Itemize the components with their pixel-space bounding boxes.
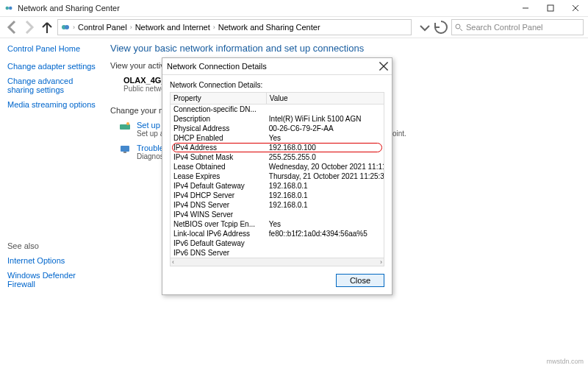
- horizontal-scrollbar[interactable]: ‹›: [171, 258, 384, 266]
- cell-property: IPv6 Default Gateway: [171, 238, 266, 248]
- cell-value: 192.168.0.1: [266, 191, 384, 200]
- close-button[interactable]: [563, 0, 588, 16]
- minimize-button[interactable]: [513, 0, 538, 16]
- chevron-right-icon: ›: [73, 24, 75, 31]
- cell-value: [266, 210, 384, 219]
- cell-value: Yes: [266, 133, 384, 143]
- cell-property: IPv4 WINS Server: [171, 210, 266, 219]
- cell-value: [266, 248, 384, 258]
- cell-property: IPv6 DNS Server: [171, 248, 266, 258]
- cell-property: IPv4 DNS Server: [171, 200, 266, 210]
- dialog-title: Network Connection Details: [167, 62, 267, 71]
- svg-line-9: [460, 29, 462, 31]
- search-placeholder: Search Control Panel: [466, 23, 543, 32]
- sidebar-link[interactable]: Change adapter settings: [7, 62, 96, 71]
- maximize-button[interactable]: [538, 0, 563, 16]
- grid-row[interactable]: IPv4 Subnet Mask255.255.255.0: [171, 152, 384, 162]
- window-titlebar: Network and Sharing Center: [0, 0, 588, 16]
- cell-property: Lease Expires: [171, 171, 266, 181]
- svg-point-1: [9, 7, 12, 10]
- grid-row[interactable]: DHCP EnabledYes: [171, 133, 384, 143]
- location-icon: [61, 23, 70, 32]
- svg-point-11: [126, 122, 129, 125]
- grid-row[interactable]: DescriptionIntel(R) WiFi Link 5100 AGN: [171, 114, 384, 124]
- grid-row[interactable]: IPv6 Default Gateway: [171, 238, 384, 248]
- back-button[interactable]: [4, 20, 19, 35]
- cell-value: [266, 238, 384, 248]
- svg-rect-12: [121, 146, 129, 152]
- app-icon: [4, 4, 13, 13]
- grid-row[interactable]: Lease ObtainedWednesday, 20 October 2021…: [171, 162, 384, 171]
- chevron-right-icon: ›: [130, 24, 132, 31]
- grid-row[interactable]: IPv4 DNS Server192.168.0.1: [171, 200, 384, 210]
- forward-button[interactable]: [22, 20, 37, 35]
- cell-value: fe80::b1f2:1a0d:4394:56aa%5: [266, 229, 384, 238]
- cell-value: Yes: [266, 219, 384, 229]
- chevron-right-icon: ›: [213, 24, 215, 31]
- cell-value: Wednesday, 20 October 2021 11:11:33 am: [266, 162, 384, 171]
- see-also-link[interactable]: Internet Options: [7, 256, 96, 265]
- grid-row[interactable]: Physical Address00-26-C6-79-2F-AA: [171, 124, 384, 133]
- crumb-2[interactable]: Network and Sharing Center: [218, 23, 320, 32]
- col-value: Value: [267, 93, 384, 104]
- cell-property: Link-local IPv6 Address: [171, 229, 266, 238]
- grid-row[interactable]: Link-local IPv6 Addressfe80::b1f2:1a0d:4…: [171, 229, 384, 238]
- control-panel-home-link[interactable]: Control Panel Home: [7, 44, 96, 53]
- col-property: Property: [171, 93, 267, 104]
- grid-row[interactable]: IPv4 Address192.168.0.100: [171, 143, 384, 152]
- cell-property: Description: [171, 114, 266, 124]
- sidebar: Control Panel Home Change adapter settin…: [0, 38, 103, 359]
- cell-property: NetBIOS over Tcpip En...: [171, 219, 266, 229]
- search-input[interactable]: Search Control Panel: [451, 19, 584, 35]
- cell-value: 00-26-C6-79-2F-AA: [266, 124, 384, 133]
- cell-property: IPv4 Default Gateway: [171, 181, 266, 191]
- details-grid: Property Value Connection-specific DN...…: [170, 92, 384, 266]
- cell-property: IPv4 Address: [171, 143, 266, 152]
- grid-row[interactable]: Connection-specific DN...: [171, 105, 384, 114]
- cell-value: Thursday, 21 October 2021 11:25:34 am: [266, 171, 384, 181]
- cell-value: 192.168.0.1: [266, 181, 384, 191]
- troubleshoot-icon: [119, 144, 131, 155]
- svg-rect-3: [548, 5, 553, 11]
- history-dropdown[interactable]: [417, 20, 432, 35]
- cell-value: 255.255.255.0: [266, 152, 384, 162]
- grid-row[interactable]: IPv4 DHCP Server192.168.0.1: [171, 191, 384, 200]
- svg-rect-10: [120, 124, 130, 130]
- grid-row[interactable]: IPv6 DNS Server: [171, 248, 384, 258]
- grid-row[interactable]: Lease ExpiresThursday, 21 October 2021 1…: [171, 171, 384, 181]
- cell-property: IPv4 Subnet Mask: [171, 152, 266, 162]
- cell-property: Physical Address: [171, 124, 266, 133]
- grid-row[interactable]: NetBIOS over Tcpip En...Yes: [171, 219, 384, 229]
- close-button[interactable]: Close: [336, 274, 384, 287]
- watermark: mwstdn.com: [546, 358, 584, 368]
- crumb-0[interactable]: Control Panel: [78, 23, 127, 32]
- grid-row[interactable]: IPv4 WINS Server: [171, 210, 384, 219]
- page-heading: View your basic network information and …: [110, 43, 581, 54]
- cell-property: Lease Obtained: [171, 162, 266, 171]
- svg-rect-13: [123, 152, 126, 153]
- breadcrumb[interactable]: › Control Panel › Network and Internet ›…: [57, 19, 412, 35]
- sidebar-link[interactable]: Change advanced sharing settings: [7, 77, 96, 94]
- refresh-button[interactable]: [434, 20, 448, 35]
- cell-property: DHCP Enabled: [171, 133, 266, 143]
- cell-value: 192.168.0.100: [266, 143, 384, 152]
- crumb-1[interactable]: Network and Internet: [135, 23, 210, 32]
- see-also-link[interactable]: Windows Defender Firewall: [7, 271, 96, 289]
- svg-point-7: [65, 25, 69, 29]
- toolbar: › Control Panel › Network and Internet ›…: [0, 16, 588, 38]
- up-button[interactable]: [40, 20, 54, 35]
- see-also-label: See also: [7, 241, 96, 250]
- window-title: Network and Sharing Center: [18, 4, 120, 13]
- setup-connection-icon: [119, 121, 131, 132]
- dialog-close-button[interactable]: [379, 61, 389, 71]
- svg-point-8: [456, 24, 460, 29]
- grid-header: Property Value: [171, 93, 384, 105]
- grid-row[interactable]: IPv4 Default Gateway192.168.0.1: [171, 181, 384, 191]
- cell-value: 192.168.0.1: [266, 200, 384, 210]
- search-icon: [455, 24, 463, 32]
- cell-value: Intel(R) WiFi Link 5100 AGN: [266, 114, 384, 124]
- dialog-titlebar: Network Connection Details: [162, 58, 392, 75]
- connection-details-dialog: Network Connection Details Network Conne…: [162, 57, 392, 295]
- dialog-caption: Network Connection Details:: [170, 81, 384, 89]
- sidebar-link[interactable]: Media streaming options: [7, 100, 96, 109]
